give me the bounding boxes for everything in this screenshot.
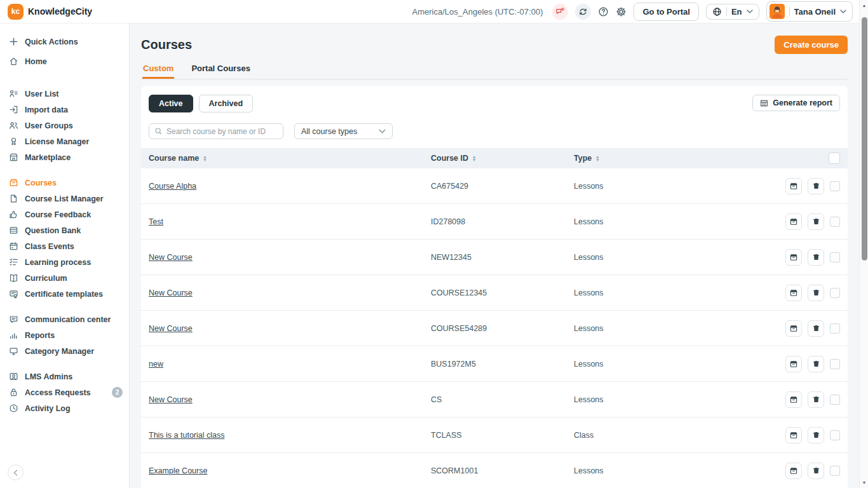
search-input[interactable] xyxy=(166,127,278,136)
tab-bar: Custom Portal Courses xyxy=(141,64,848,79)
sidebar-item-learning-process[interactable]: Learning process xyxy=(0,254,129,270)
sidebar-item-question-bank[interactable]: Question Bank xyxy=(0,222,129,238)
delete-course-button[interactable] xyxy=(808,249,824,266)
table-row: New Course CS Lessons xyxy=(141,382,848,417)
sidebar-item-course-feedback[interactable]: Course Feedback xyxy=(0,207,129,222)
archive-course-button[interactable] xyxy=(785,320,802,337)
archive-course-button[interactable] xyxy=(785,427,802,444)
row-checkbox[interactable] xyxy=(830,395,840,405)
row-checkbox[interactable] xyxy=(830,323,840,334)
archive-course-button[interactable] xyxy=(785,285,802,301)
sidebar-item-home[interactable]: Home xyxy=(0,53,129,69)
document-icon xyxy=(9,194,18,203)
archive-course-button[interactable] xyxy=(785,356,802,372)
course-name-link[interactable]: New Course xyxy=(149,288,193,297)
row-checkbox[interactable] xyxy=(830,466,840,476)
sidebar-item-access-requests[interactable]: Access Requests 2 xyxy=(0,384,129,400)
sidebar-item-courses[interactable]: Courses xyxy=(0,175,129,191)
sidebar-item-activity-log[interactable]: Activity Log xyxy=(0,400,129,416)
course-type: Class xyxy=(574,431,759,440)
sidebar-item-user-groups[interactable]: User Groups xyxy=(0,118,129,133)
course-name-link[interactable]: New Course xyxy=(149,253,193,262)
globe-icon xyxy=(712,7,722,17)
archive-course-button[interactable] xyxy=(785,249,802,266)
sidebar-item-label: User List xyxy=(25,90,59,98)
certificate-icon xyxy=(9,289,18,299)
delete-course-button[interactable] xyxy=(808,285,824,301)
delete-course-button[interactable] xyxy=(808,463,824,479)
chevron-left-icon xyxy=(13,470,18,476)
course-name-link[interactable]: Test xyxy=(149,217,163,226)
help-icon[interactable] xyxy=(598,6,609,17)
sort-icon[interactable]: ▲▼ xyxy=(203,155,207,161)
brand[interactable]: kc KnowledgeCity xyxy=(8,4,92,20)
sidebar-item-course-list-manager[interactable]: Course List Manager xyxy=(0,191,129,207)
chevron-down-icon xyxy=(840,10,846,13)
active-filter-button[interactable]: Active xyxy=(149,95,193,112)
access-requests-badge: 2 xyxy=(112,387,123,398)
archive-course-button[interactable] xyxy=(785,214,802,230)
sidebar-item-user-list[interactable]: User List xyxy=(0,86,129,102)
delete-course-button[interactable] xyxy=(808,178,824,194)
course-name-link[interactable]: New Course xyxy=(149,395,193,404)
language-selector[interactable]: En xyxy=(706,4,759,20)
sidebar-item-communication-center[interactable]: Communication center xyxy=(0,311,129,327)
sort-icon[interactable]: ▲▼ xyxy=(472,155,476,161)
scroll-down-arrow[interactable]: ▼ xyxy=(860,480,868,485)
user-menu[interactable]: Tana Oneil xyxy=(766,1,853,22)
delete-course-button[interactable] xyxy=(808,391,824,408)
go-to-portal-button[interactable]: Go to Portal xyxy=(634,3,698,21)
courses-card: Active Archived Generate report All cour… xyxy=(141,86,848,488)
delete-course-button[interactable] xyxy=(808,356,824,372)
select-all-checkbox[interactable] xyxy=(829,152,840,164)
course-name-link[interactable]: This is a tutorial class xyxy=(149,431,224,440)
page-scrollbar[interactable]: ▲ ▼ xyxy=(859,0,868,488)
course-type: Lessons xyxy=(574,466,759,475)
sidebar-item-reports[interactable]: Reports xyxy=(0,327,129,343)
sidebar-collapse-button[interactable] xyxy=(8,464,24,480)
generate-report-button[interactable]: Generate report xyxy=(752,95,840,111)
course-name-link[interactable]: New Course xyxy=(149,324,193,333)
archive-course-button[interactable] xyxy=(785,391,802,408)
sidebar-item-class-events[interactable]: Class Events xyxy=(0,238,129,254)
settings-gear-icon[interactable] xyxy=(616,6,627,17)
scrollbar-thumb[interactable] xyxy=(862,17,867,261)
sidebar-item-certificate-templates[interactable]: Certificate templates xyxy=(0,286,129,302)
sidebar-item-quick-actions[interactable]: Quick Actions xyxy=(0,34,129,50)
notifications-muted-icon[interactable] xyxy=(552,4,568,20)
row-checkbox[interactable] xyxy=(830,288,840,298)
sidebar-item-license-manager[interactable]: License Manager xyxy=(0,133,129,149)
course-type: Lessons xyxy=(574,217,759,226)
sidebar-item-label: Class Events xyxy=(25,242,74,251)
archive-course-button[interactable] xyxy=(785,178,802,194)
sidebar-item-lms-admins[interactable]: LMS Admins xyxy=(0,369,129,384)
row-checkbox[interactable] xyxy=(830,181,840,191)
row-checkbox[interactable] xyxy=(830,217,840,227)
marketplace-icon xyxy=(9,152,18,162)
course-name-link[interactable]: new xyxy=(149,360,163,369)
delete-course-button[interactable] xyxy=(808,427,824,444)
archived-filter-button[interactable]: Archived xyxy=(199,95,254,112)
sidebar-item-import-data[interactable]: Import data xyxy=(0,102,129,118)
sync-icon[interactable] xyxy=(575,4,591,20)
archive-course-button[interactable] xyxy=(785,463,802,479)
sidebar-item-category-manager[interactable]: Category Manager xyxy=(0,343,129,359)
language-label: En xyxy=(731,7,742,17)
course-name-link[interactable]: Course Alpha xyxy=(149,182,196,191)
scroll-up-arrow[interactable]: ▲ xyxy=(860,3,868,8)
tab-portal-courses[interactable]: Portal Courses xyxy=(191,64,250,79)
sidebar-item-marketplace[interactable]: Marketplace xyxy=(0,149,129,165)
table-row: Test ID278098 Lessons xyxy=(141,204,848,240)
row-checkbox[interactable] xyxy=(830,252,840,262)
sidebar-item-curriculum[interactable]: Curriculum xyxy=(0,270,129,286)
delete-course-button[interactable] xyxy=(808,320,824,337)
chat-icon xyxy=(9,315,18,324)
row-checkbox[interactable] xyxy=(830,359,840,369)
row-checkbox[interactable] xyxy=(830,430,840,440)
sort-icon[interactable]: ▲▼ xyxy=(595,155,599,161)
course-type-select[interactable]: All course types xyxy=(294,123,393,139)
course-name-link[interactable]: Example Course xyxy=(149,466,207,475)
tab-custom[interactable]: Custom xyxy=(142,64,174,79)
delete-course-button[interactable] xyxy=(808,214,824,230)
create-course-button[interactable]: Create course xyxy=(775,36,848,54)
